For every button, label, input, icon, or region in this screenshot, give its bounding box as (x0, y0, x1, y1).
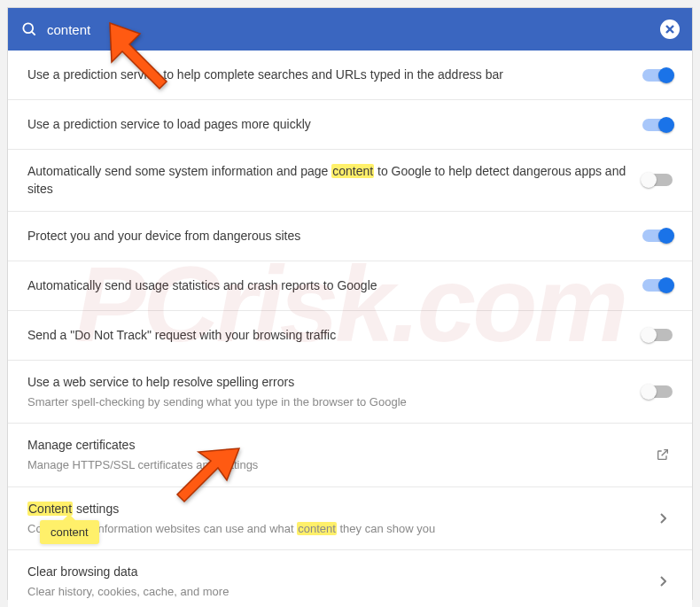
setting-subtitle: Control what information websites can us… (27, 521, 639, 537)
settings-panel: Use a prediction service to help complet… (7, 7, 693, 600)
search-bar (8, 8, 692, 51)
toggle-prediction-pages[interactable] (642, 119, 673, 131)
chevron-right-icon (653, 513, 673, 524)
search-icon (20, 20, 38, 38)
setting-title: Use a prediction service to load pages m… (27, 115, 628, 133)
setting-title: Protect you and your device from dangero… (27, 227, 628, 245)
clear-search-button[interactable] (660, 19, 680, 39)
setting-title: Automatically send usage statistics and … (27, 276, 628, 294)
settings-list: Use a prediction service to help complet… (8, 51, 692, 607)
toggle-usage-stats[interactable] (642, 279, 673, 292)
toggle-send-system-info[interactable] (642, 174, 673, 186)
search-input[interactable] (38, 17, 660, 43)
setting-title: Send a "Do Not Track" request with your … (27, 326, 628, 344)
toggle-prediction-search[interactable] (642, 69, 673, 82)
setting-subtitle: Clear history, cookies, cache, and more (27, 584, 639, 600)
toggle-spelling-service[interactable] (642, 385, 673, 398)
setting-title: Content settings (27, 500, 639, 518)
setting-title: Use a prediction service to help complet… (27, 66, 628, 83)
setting-title: Automatically send some system informati… (27, 162, 628, 198)
setting-clear-browsing-data[interactable]: Clear browsing data Clear history, cooki… (8, 550, 692, 607)
toggle-do-not-track[interactable] (642, 329, 673, 341)
svg-line-1 (32, 32, 35, 35)
setting-manage-certificates[interactable]: Manage certificates Manage HTTPS/SSL cer… (8, 424, 692, 486)
svg-point-0 (23, 23, 33, 33)
setting-subtitle: Manage HTTPS/SSL certificates and settin… (27, 457, 639, 473)
external-link-icon (653, 447, 673, 462)
setting-content-settings[interactable]: Content settings Control what informatio… (8, 487, 692, 550)
setting-do-not-track: Send a "Do Not Track" request with your … (8, 311, 692, 361)
setting-prediction-pages: Use a prediction service to load pages m… (8, 100, 692, 150)
chevron-right-icon (653, 576, 673, 587)
setting-send-system-info: Automatically send some system informati… (8, 150, 692, 212)
toggle-safe-browsing[interactable] (642, 230, 673, 242)
search-tooltip: content (40, 520, 99, 544)
setting-subtitle: Smarter spell-checking by sending what y… (27, 394, 628, 410)
setting-prediction-search: Use a prediction service to help complet… (8, 51, 692, 100)
setting-spelling-service: Use a web service to help resolve spelli… (8, 361, 692, 424)
setting-title: Clear browsing data (27, 563, 639, 580)
setting-title: Manage certificates (27, 436, 639, 454)
search-highlight: content (297, 522, 337, 535)
setting-usage-stats: Automatically send usage statistics and … (8, 261, 692, 311)
setting-safe-browsing: Protect you and your device from dangero… (8, 212, 692, 261)
setting-title: Use a web service to help resolve spelli… (27, 373, 628, 391)
search-highlight: content (331, 164, 374, 178)
